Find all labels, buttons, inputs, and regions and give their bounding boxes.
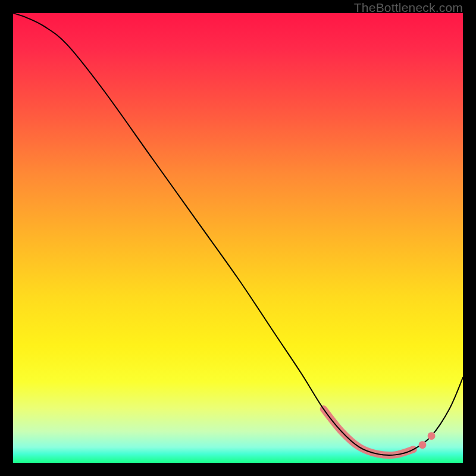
plot-area [12, 12, 464, 464]
highlight-band [324, 409, 414, 455]
highlight-dot [428, 432, 436, 440]
curve-svg [13, 13, 463, 463]
highlight-dot [418, 441, 426, 449]
main-curve [13, 13, 463, 455]
chart-frame: TheBottleneck.com [0, 0, 476, 476]
